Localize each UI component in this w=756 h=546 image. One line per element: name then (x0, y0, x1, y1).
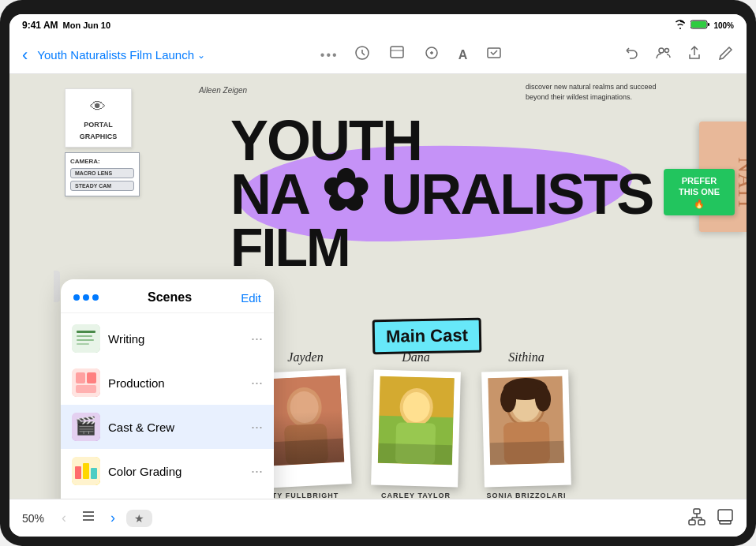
cast-name-ty: TY FULLBRIGHT(THEY / THEM) (272, 491, 339, 499)
svg-rect-36 (77, 343, 89, 345)
panel-dot-1 (73, 294, 80, 301)
left-cards-area: 👁 PORTAL GRAPHICS CAMERA: MACRO LENS STE… (65, 88, 140, 196)
scene-label-color-grading: Color Grading (108, 465, 243, 478)
top-toolbar: ‹ Youth Naturalists Film Launch ⌄ ••• A (9, 36, 747, 74)
cast-photos: Jayden (262, 350, 570, 499)
toolbar-center: ••• A (211, 42, 614, 68)
undo-icon[interactable] (620, 42, 642, 68)
film-title-naturalists-row: NA ✿ URALISTS (230, 167, 653, 221)
scene-item-cast-crew[interactable]: 🎬 Cast & Crew ··· (61, 405, 274, 449)
svg-rect-46 (91, 468, 97, 479)
camera-specs-card: CAMERA: MACRO LENS STEADY CAM (65, 152, 140, 196)
svg-rect-45 (83, 463, 89, 479)
film-title: YOUTH NA ✿ URALISTS FILM (230, 114, 653, 272)
collaborate-icon[interactable] (652, 42, 674, 68)
back-button[interactable]: ‹ (19, 42, 31, 69)
photo-ty (266, 376, 345, 466)
wifi-icon (674, 20, 687, 31)
polaroid-sonia (481, 370, 571, 488)
carley-photo-svg (378, 376, 455, 465)
svg-rect-54 (698, 520, 705, 525)
toolbar-right (620, 42, 737, 68)
toolbar-tool-2-icon[interactable] (386, 42, 408, 68)
scene-more-production[interactable]: ··· (251, 375, 263, 391)
ipad-screen: 9:41 AM Mon Jun 10 100% ‹ Youth Naturali… (9, 14, 747, 537)
svg-rect-39 (87, 372, 96, 383)
scene-thumb-cast-crew: 🎬 (72, 413, 100, 441)
svg-rect-33 (77, 331, 95, 333)
camera-tag-2: STEADY CAM (70, 181, 134, 191)
status-bar: 9:41 AM Mon Jun 10 100% (9, 14, 747, 36)
toolbar-tool-5-icon[interactable] (483, 42, 505, 68)
scenes-panel: Scenes Edit Writing ··· (61, 279, 274, 499)
scene-item-marketing[interactable]: Marketing ··· (61, 493, 274, 499)
flower-decoration: ✿ (321, 159, 367, 223)
scene-more-cast-crew[interactable]: ··· (251, 419, 263, 436)
nav-next-button[interactable]: › (107, 507, 118, 529)
list-view-icon[interactable] (77, 505, 99, 531)
svg-rect-4 (391, 47, 403, 58)
scene-more-writing[interactable]: ··· (251, 331, 263, 347)
status-bar-right: 100% (674, 20, 734, 31)
title-text: Youth Naturalists Film Launch (37, 48, 194, 62)
share-icon[interactable] (683, 42, 705, 68)
scenes-panel-edit-button[interactable]: Edit (241, 291, 261, 305)
svg-rect-35 (77, 339, 94, 341)
toolbar-tool-1-icon[interactable] (351, 42, 373, 68)
svg-rect-44 (75, 466, 81, 479)
layers-icon[interactable] (717, 508, 734, 529)
status-date: Mon Jun 10 (63, 21, 111, 30)
edit-pencil-icon[interactable] (715, 42, 737, 68)
cast-script-name-carley: Dana (402, 350, 430, 365)
cast-item-ty: Jayden (262, 350, 349, 499)
prefer-note-text: PREFERTHIS ONE🔥 (670, 175, 728, 209)
sonia-photo-svg (488, 376, 564, 465)
photo-sonia (488, 376, 564, 465)
film-title-film: FILM (230, 222, 653, 273)
scene-item-production[interactable]: Production ··· (61, 361, 274, 405)
polaroid-carley (371, 370, 461, 488)
battery-label: 100% (713, 21, 734, 30)
panel-dots (73, 294, 99, 301)
cast-script-name-ty: Jayden (287, 350, 323, 365)
camera-tag-1: MACRO LENS (70, 168, 134, 178)
svg-rect-2 (708, 23, 709, 26)
svg-rect-1 (691, 21, 706, 28)
svg-rect-32 (72, 324, 100, 353)
main-cast-label: Main Cast (372, 318, 482, 354)
nav-prev-button[interactable]: ‹ (58, 507, 69, 529)
scenes-panel-header: Scenes Edit (61, 279, 274, 313)
scene-thumb-production (72, 368, 100, 397)
document-title[interactable]: Youth Naturalists Film Launch ⌄ (37, 48, 205, 62)
panel-dot-3 (92, 294, 99, 301)
title-chevron-icon: ⌄ (197, 50, 205, 61)
scene-more-color-grading[interactable]: ··· (251, 463, 263, 480)
zoom-level[interactable]: 50% (22, 512, 51, 525)
svg-point-9 (665, 49, 669, 53)
hierarchy-icon[interactable] (688, 508, 705, 529)
svg-rect-59 (718, 510, 732, 521)
camera-card-title: CAMERA: (70, 158, 134, 165)
svg-rect-22 (378, 443, 453, 465)
bottom-toolbar-right (688, 508, 734, 529)
toolbar-tool-4-icon[interactable]: A (455, 45, 471, 65)
svg-rect-40 (76, 385, 96, 393)
svg-rect-52 (694, 509, 700, 514)
photo-carley (378, 376, 455, 465)
film-title-area: YOUTH NA ✿ URALISTS FILM (215, 98, 683, 350)
toolbar-tool-3-icon[interactable] (421, 42, 443, 68)
panel-dot-2 (83, 294, 89, 301)
svg-rect-28 (489, 441, 564, 465)
prefer-sticky-note: PREFERTHIS ONE🔥 (664, 169, 735, 215)
star-bookmark-badge[interactable]: ★ (126, 510, 152, 527)
scene-item-writing[interactable]: Writing ··· (61, 316, 274, 361)
scenes-panel-title: Scenes (99, 290, 241, 305)
svg-rect-16 (269, 439, 344, 466)
svg-text:NATI: NATI (734, 157, 747, 208)
svg-rect-34 (77, 335, 92, 337)
status-bar-left: 9:41 AM Mon Jun 10 (22, 20, 110, 31)
svg-rect-14 (284, 424, 329, 466)
scene-item-color-grading[interactable]: Color Grading ··· (61, 449, 274, 493)
battery-icon (691, 20, 709, 31)
star-icon: ★ (134, 512, 144, 525)
